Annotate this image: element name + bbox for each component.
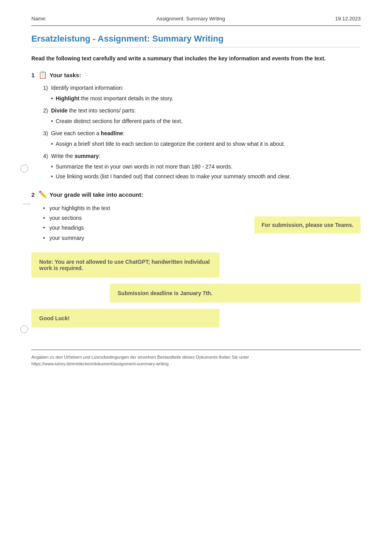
task-item-3: 3) Give each section a headline: Assign …	[43, 129, 361, 148]
intro-text: Read the following text carefully and wr…	[31, 54, 361, 63]
grade-item-3: your headings	[43, 223, 239, 233]
footer-line1: Angaben zu den Urhebern und Lizenzbeding…	[31, 354, 361, 361]
grade-item-4: your summary	[43, 233, 239, 243]
binding-circle-bottom	[20, 325, 28, 333]
section-2-header: 2 ✏️ Your grade will take into account:	[31, 190, 361, 199]
sticky-notes-area: Note: You are not allowed to use ChatGPT…	[31, 252, 361, 328]
section-1-heading: Your tasks:	[49, 72, 81, 78]
sticky-deadline-note: Submission deadline is January 7th.	[110, 284, 361, 303]
grade-section-body: your highlights in the text your section…	[31, 203, 361, 243]
task-list: 1) Identify important information: Highl…	[31, 84, 361, 181]
grade-item-2: your sections	[43, 213, 239, 223]
sticky-good-luck-text: Good Luck!	[39, 315, 70, 321]
date: 19.12.2023	[335, 16, 361, 22]
binding-line	[23, 204, 31, 204]
footer-line2: https://www.tutory.de/entdecken/dokument…	[31, 361, 361, 368]
section-1-number: 1	[31, 72, 34, 78]
header: Name: Assignment: Summary Writing 19.12.…	[0, 0, 392, 25]
sticky-chatgpt-text: Note: You are not allowed to use ChatGPT…	[39, 259, 210, 271]
main-content: Ersatzleistung - Assignment: Summary Wri…	[0, 26, 392, 342]
section-2-number: 2	[31, 191, 34, 198]
sub-list-3: Assign a brief/ short title to each sect…	[43, 140, 361, 148]
sub-list-2: Create distinct sections for different p…	[43, 117, 361, 125]
section-1-header: 1 📋 Your tasks:	[31, 71, 361, 79]
sticky-submission: For submission, please use Teams.	[254, 216, 361, 234]
sub-item-4-1: Summarize the text in your own words in …	[51, 163, 361, 171]
sticky-chatgpt-note: Note: You are not allowed to use ChatGPT…	[31, 252, 220, 278]
section-2-heading: Your grade will take into account:	[49, 191, 143, 198]
grade-list: your highlights in the text your section…	[31, 203, 239, 243]
sticky-deadline-text: Submission deadline is January 7th.	[118, 290, 212, 296]
footer-divider	[31, 350, 361, 350]
section-2: 2 ✏️ Your grade will take into account: …	[31, 190, 361, 243]
binding-circle-top	[20, 165, 28, 172]
sub-item-2-1: Create distinct sections for different p…	[51, 117, 361, 125]
task-item-1: 1) Identify important information: Highl…	[43, 84, 361, 103]
sub-list-4: Summarize the text in your own words in …	[43, 163, 361, 181]
task-item-2: 2) Divide the text into sections/ parts:…	[43, 107, 361, 125]
sticky-good-luck-note: Good Luck!	[31, 309, 220, 328]
sub-item-4-2: Use linking words (list I handed out) th…	[51, 172, 361, 181]
sub-list-1: Highlight the most important details in …	[43, 94, 361, 103]
footer: Angaben zu den Urhebern und Lizenzbeding…	[0, 354, 392, 375]
center-title: Assignment: Summary Writing	[156, 16, 225, 22]
tasks-icon: 📋	[38, 71, 47, 79]
doc-title: Ersatzleistung - Assignment: Summary Wri…	[31, 34, 361, 47]
grade-item-1: your highlights in the text	[43, 203, 239, 213]
name-label: Name:	[31, 16, 46, 22]
sub-item-1-1: Highlight the most important details in …	[51, 94, 361, 103]
task-item-4: 4) Write the summary: Summarize the text…	[43, 152, 361, 181]
page: Name: Assignment: Summary Writing 19.12.…	[0, 0, 392, 555]
grade-icon: ✏️	[38, 190, 47, 199]
section-1: 1 📋 Your tasks: 1) Identify important in…	[31, 71, 361, 181]
sub-item-3-1: Assign a brief/ short title to each sect…	[51, 140, 361, 148]
